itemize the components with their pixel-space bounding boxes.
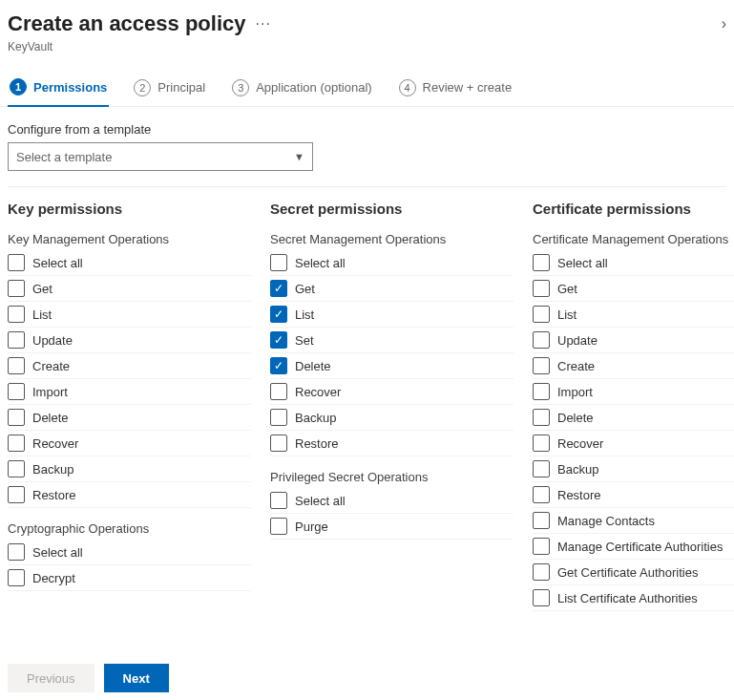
permission-row: Get <box>8 276 251 302</box>
permission-label: Get Certificate Authorities <box>557 565 698 580</box>
permission-row: Restore <box>533 482 734 508</box>
chevron-down-icon: ▼ <box>294 151 304 162</box>
permission-label: Get <box>32 282 52 296</box>
permission-checkbox[interactable] <box>533 383 550 400</box>
step-3[interactable]: 3Application (optional) <box>230 73 373 106</box>
permission-row: Manage Contacts <box>533 508 734 534</box>
group-title: Key Management Operations <box>8 232 251 246</box>
column-title: Key permissions <box>8 201 251 217</box>
permission-checkbox[interactable] <box>8 306 25 323</box>
permission-label: Update <box>557 333 598 348</box>
permission-checkbox[interactable] <box>533 280 550 297</box>
step-number-icon: 3 <box>232 79 249 96</box>
step-4[interactable]: 4Review + create <box>397 73 514 106</box>
template-select[interactable]: Select a template ▼ <box>8 142 313 171</box>
permission-checkbox[interactable] <box>533 460 550 477</box>
permission-row: Decrypt <box>8 565 251 591</box>
permission-checkbox[interactable] <box>8 569 25 586</box>
step-label: Application (optional) <box>256 80 371 95</box>
permission-checkbox[interactable] <box>533 306 550 323</box>
page-title: Create an access policy <box>8 11 245 36</box>
permission-label: Backup <box>32 462 73 477</box>
permission-label: Restore <box>32 488 76 502</box>
permission-checkbox[interactable] <box>8 254 25 271</box>
permission-checkbox[interactable] <box>533 435 550 452</box>
permission-checkbox[interactable] <box>533 409 550 426</box>
permission-label: Manage Contacts <box>557 514 655 528</box>
permission-checkbox[interactable] <box>270 435 287 452</box>
permission-checkbox[interactable] <box>8 460 25 477</box>
previous-button[interactable]: Previous <box>8 664 94 692</box>
permission-checkbox[interactable] <box>8 435 25 452</box>
permission-checkbox[interactable] <box>533 357 550 374</box>
permission-checkbox[interactable] <box>8 331 25 349</box>
template-label: Configure from a template <box>8 122 726 137</box>
column-title: Certificate permissions <box>533 201 734 217</box>
permission-row: Backup <box>270 405 514 431</box>
permission-label: Manage Certificate Authorities <box>557 540 723 554</box>
permission-row: Create <box>533 353 734 379</box>
permission-label: Select all <box>32 256 83 270</box>
permission-checkbox[interactable] <box>8 486 25 503</box>
permission-row: Restore <box>270 431 514 456</box>
step-2[interactable]: 2Principal <box>132 73 207 106</box>
permission-label: List Certificate Authorities <box>557 591 698 605</box>
permission-label: Create <box>557 359 595 373</box>
permission-checkbox[interactable]: ✓ <box>270 306 287 323</box>
permission-label: Import <box>32 385 68 399</box>
step-number-icon: 2 <box>134 79 151 96</box>
permission-checkbox[interactable]: ✓ <box>270 280 287 297</box>
step-1[interactable]: 1Permissions <box>8 73 109 107</box>
template-placeholder: Select a template <box>16 150 112 164</box>
permission-checkbox[interactable] <box>8 409 25 426</box>
permission-row: Recover <box>8 431 251 456</box>
step-label: Permissions <box>33 80 107 95</box>
permission-checkbox[interactable] <box>270 383 287 400</box>
permission-checkbox[interactable] <box>533 538 550 555</box>
step-number-icon: 4 <box>399 79 416 96</box>
permission-row: Get <box>533 276 734 302</box>
next-button[interactable]: Next <box>104 664 169 692</box>
permission-row: Select all <box>8 540 251 565</box>
permission-checkbox[interactable] <box>533 331 550 349</box>
more-icon[interactable]: ··· <box>255 15 270 32</box>
permission-label: Select all <box>295 494 346 508</box>
permission-checkbox[interactable] <box>533 589 550 606</box>
permission-checkbox[interactable] <box>533 563 550 581</box>
permission-checkbox[interactable] <box>533 254 550 271</box>
permission-row: Select all <box>8 250 251 276</box>
permission-row: Select all <box>533 250 734 276</box>
permission-checkbox[interactable] <box>270 492 287 509</box>
column-title: Secret permissions <box>270 201 514 217</box>
permission-row: Delete <box>533 405 734 431</box>
permission-checkbox[interactable] <box>8 383 25 400</box>
permission-checkbox[interactable] <box>8 543 25 561</box>
permission-checkbox[interactable] <box>8 357 25 374</box>
permission-label: Get <box>295 282 315 296</box>
permission-label: Recover <box>32 436 78 451</box>
close-chevron-icon[interactable]: › <box>722 15 726 32</box>
permission-label: List <box>32 308 52 322</box>
permission-row: ✓Delete <box>270 353 514 379</box>
permission-checkbox[interactable] <box>270 518 287 535</box>
permission-row: Recover <box>533 431 734 456</box>
permission-row: Backup <box>8 456 251 482</box>
group-title: Secret Management Operations <box>270 232 514 246</box>
check-icon: ✓ <box>274 283 283 294</box>
permission-checkbox[interactable] <box>533 486 550 503</box>
permission-checkbox[interactable] <box>533 512 550 529</box>
permission-row: Purge <box>270 514 514 540</box>
permission-label: Select all <box>557 256 608 270</box>
permission-row: Backup <box>533 456 734 482</box>
permission-row: Update <box>8 328 251 353</box>
permission-row: Manage Certificate Authorities <box>533 534 734 560</box>
permissions-column: Secret permissionsSecret Management Oper… <box>270 201 514 611</box>
permission-checkbox[interactable]: ✓ <box>270 357 287 374</box>
permission-checkbox[interactable] <box>270 254 287 271</box>
permission-checkbox[interactable] <box>8 280 25 297</box>
permission-checkbox[interactable] <box>270 409 287 426</box>
permission-row: Select all <box>270 250 514 276</box>
permission-checkbox[interactable]: ✓ <box>270 331 287 349</box>
permission-label: Restore <box>557 488 601 502</box>
stepper: 1Permissions2Principal3Application (opti… <box>0 67 734 107</box>
